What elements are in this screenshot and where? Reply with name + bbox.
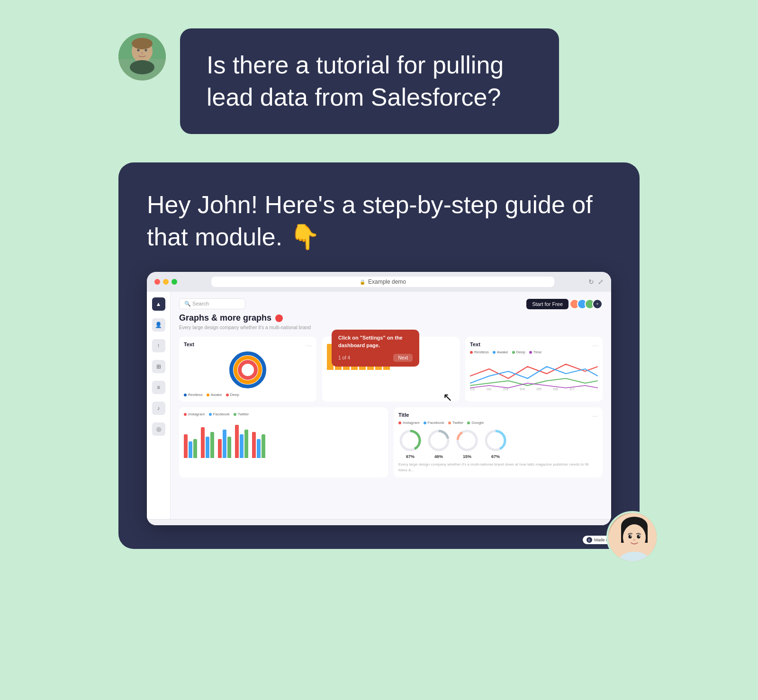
user-avatar	[118, 33, 166, 81]
donut-legend: Restless Awake Deep	[184, 393, 312, 397]
svg-text:04: 04	[520, 387, 525, 391]
chart-title-pies: Title	[398, 412, 598, 418]
tooltip-next-button[interactable]: Next	[393, 354, 413, 362]
svg-text:07: 07	[570, 387, 575, 391]
sidebar-icon-nav2: ⊞	[152, 360, 165, 373]
chart-title-line: Text	[470, 341, 598, 347]
svg-point-8	[130, 60, 154, 74]
svg-text:01: 01	[470, 387, 475, 391]
tooltip-text: Click on "Settings" on the dashboard pag…	[338, 334, 413, 349]
chart-card-line: Text ··· Restless Awake Deep Time	[465, 337, 603, 402]
browser-dot-minimize	[163, 279, 169, 285]
svg-text:03: 03	[503, 387, 508, 391]
dashboard-header: 🔍 Search Start for Free +	[179, 298, 603, 309]
refresh-icon: ↻	[588, 278, 594, 286]
browser-mockup: 🔒 Example demo ↻ ⤢ ▲ 👤 ↑ ⊞ ≡ ♪ ◎	[147, 272, 611, 525]
tooltip-footer: 1 of 4 Next	[338, 354, 413, 362]
pointing-emoji: 👇	[289, 223, 320, 251]
sidebar-icon-nav3: ≡	[152, 381, 165, 394]
pie-legend: Instagram Facebook Twitter Google	[398, 421, 598, 425]
user-message-text: Is there a tutorial for pulling lead dat…	[207, 51, 504, 111]
sidebar: ▲ 👤 ↑ ⊞ ≡ ♪ ◎	[147, 292, 171, 519]
chart-more-line: ···	[592, 341, 598, 349]
svg-point-6	[141, 52, 143, 54]
chart-title-donut: Text	[184, 341, 312, 347]
svg-point-37	[630, 536, 631, 537]
browser-dots	[154, 279, 177, 285]
bot-response-text: Hey John! Here's a step-by-step guide of…	[147, 189, 611, 253]
pie-item-3: 15%	[455, 429, 479, 459]
bar-chart-bottom	[184, 420, 383, 458]
svg-point-38	[639, 536, 640, 537]
sidebar-icon-user: 👤	[152, 318, 165, 332]
pie-item-2: 46%	[427, 429, 451, 459]
dashboard-tooltip: Click on "Settings" on the dashboard pag…	[332, 330, 419, 367]
svg-point-4	[137, 49, 140, 52]
user-message-area: Is there a tutorial for pulling lead dat…	[118, 28, 640, 134]
chart-card-pies: Title ··· Instagram Facebook Twitter Goo…	[394, 407, 603, 477]
chart-card-bar-bottom: Instagram Facebook Twitter	[179, 407, 388, 477]
svg-point-9	[277, 316, 281, 321]
browser-dot-maximize	[171, 279, 177, 285]
bot-message-area: Hey John! Here's a step-by-step guide of…	[118, 162, 640, 549]
pie-item-4: 67%	[484, 429, 507, 459]
bot-avatar	[606, 511, 659, 563]
browser-controls: ↻ ⤢	[588, 278, 604, 286]
svg-point-3	[132, 38, 153, 49]
sidebar-icon-nav4: ♪	[152, 402, 165, 415]
tooltip-counter: 1 of 4	[338, 355, 350, 360]
svg-point-35	[629, 535, 632, 538]
main-content: 🔍 Search Start for Free + Graphs & more …	[171, 292, 611, 519]
charts-top-row: Text ···	[179, 337, 603, 402]
charts-bottom-row: Instagram Facebook Twitter	[179, 407, 603, 477]
svg-point-12	[240, 362, 256, 378]
browser-url-bar: 🔒 Example demo	[211, 277, 554, 287]
svg-point-39	[633, 539, 635, 541]
sidebar-icon-home: ▲	[152, 297, 165, 311]
pie-item-1: 67%	[398, 429, 422, 459]
sidebar-icon-nav1: ↑	[152, 339, 165, 352]
page-title: Graphs & more graphs	[179, 313, 271, 323]
chart-more-pies: ···	[592, 412, 598, 420]
start-free-button[interactable]: Start for Free	[526, 299, 568, 309]
svg-point-36	[637, 535, 641, 538]
page-title-row: Graphs & more graphs	[179, 313, 603, 323]
donut-chart	[184, 351, 312, 389]
svg-point-34	[623, 524, 646, 551]
dashboard-nav-right: Start for Free +	[526, 299, 603, 309]
bar-bottom-legend: Instagram Facebook Twitter	[184, 412, 383, 416]
chart-more-donut: ···	[306, 341, 312, 349]
line-chart: 01 02 03 04 05 06 07	[470, 357, 598, 390]
chart-footnote: Every large design company whether it's …	[398, 462, 598, 472]
user-message-bubble: Is there a tutorial for pulling lead dat…	[180, 28, 559, 134]
svg-text:06: 06	[553, 387, 559, 391]
lock-icon: 🔒	[360, 279, 365, 285]
search-bar[interactable]: 🔍 Search	[179, 298, 245, 309]
title-badge	[275, 314, 283, 322]
svg-point-5	[145, 49, 147, 52]
browser-dot-close	[154, 279, 160, 285]
pie-circles: 67% 46%	[398, 429, 598, 459]
browser-bar: 🔒 Example demo ↻ ⤢	[147, 272, 611, 292]
chart-card-bar-tooltip: Click on "Settings" on the dashboard pag…	[322, 337, 460, 402]
fullscreen-icon: ⤢	[598, 278, 604, 286]
avatar-group: +	[572, 299, 603, 309]
sidebar-icon-nav5: ◎	[152, 422, 165, 436]
avatar-4: +	[592, 299, 603, 309]
line-legend: Restless Awake Deep Time	[470, 350, 598, 354]
dashboard: ▲ 👤 ↑ ⊞ ≡ ♪ ◎ 🔍 Search Start for Free	[147, 292, 611, 519]
svg-text:05: 05	[536, 387, 541, 391]
chart-card-donut: Text ···	[179, 337, 316, 402]
cursor-icon: ↖	[443, 391, 452, 404]
svg-text:02: 02	[487, 387, 492, 391]
